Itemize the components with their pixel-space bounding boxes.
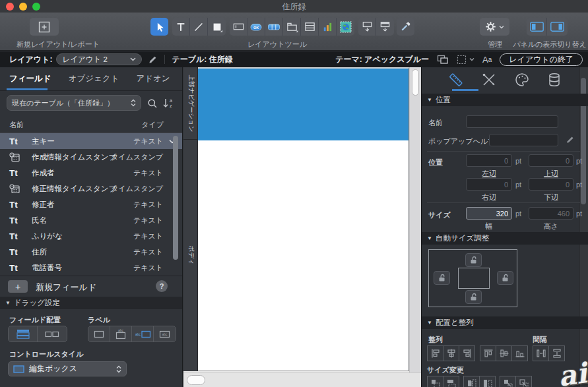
tab-styles-palette-icon[interactable] [514, 72, 530, 88]
field-row[interactable]: Tt 氏名 テキスト [0, 212, 182, 228]
manage-button[interactable] [480, 18, 509, 36]
right-edge-label[interactable]: 右辺 [466, 193, 512, 202]
placement-vertical-button[interactable] [9, 326, 38, 342]
field-row[interactable]: 作成情報タイムスタンプ タイムスタンプ [0, 149, 182, 165]
tab-objects[interactable]: オブジェクト [69, 73, 119, 84]
distribute-vertical-button[interactable] [548, 345, 565, 361]
insert-part-button[interactable] [376, 18, 394, 36]
width-input[interactable] [466, 207, 512, 220]
arrange-objects-icon[interactable] [437, 55, 449, 65]
add-field-button[interactable]: + [8, 280, 28, 293]
resize-smallest-height-button[interactable] [463, 376, 480, 387]
button-bar-tool[interactable] [265, 18, 283, 36]
resize-smallest-width-button[interactable] [427, 376, 443, 387]
align-top-button[interactable] [480, 345, 496, 361]
resize-smallest-both-button[interactable] [500, 376, 516, 387]
field-row[interactable]: Tt 住所 テキスト [0, 244, 182, 260]
tab-control-tool[interactable] [283, 18, 301, 36]
bottom-edge-label[interactable]: 下辺 [529, 193, 573, 202]
part-label-body[interactable]: ボディ [183, 140, 197, 371]
edit-layout-pencil-icon[interactable] [148, 55, 158, 65]
position-bottom-input[interactable] [529, 178, 573, 191]
position-left-input[interactable] [466, 154, 512, 167]
field-tool[interactable] [230, 18, 247, 36]
tab-addons[interactable]: アドオン [136, 73, 170, 84]
field-row[interactable]: Tt 主キー テキスト [0, 133, 182, 149]
button-tool[interactable]: OK [247, 18, 265, 36]
label-none-button[interactable] [88, 326, 110, 342]
control-style-select[interactable]: 編集ボックス [8, 361, 127, 376]
tooltip-input[interactable] [489, 134, 558, 146]
field-row[interactable]: Tt ふりがな テキスト [0, 228, 182, 244]
size-group-label: サイズ [428, 210, 451, 220]
resize-largest-height-button[interactable] [479, 376, 496, 387]
format-painter-button[interactable] [397, 18, 414, 36]
position-section-header[interactable]: ▼ 位置 [422, 94, 588, 106]
selection-mode-icon[interactable] [457, 55, 474, 65]
vertical-scrollbar[interactable] [409, 67, 421, 372]
type-column-header[interactable]: タイプ [132, 120, 164, 130]
shape-tool[interactable] [208, 18, 226, 36]
select-tool[interactable] [150, 18, 168, 36]
portal-tool[interactable] [301, 18, 319, 36]
left-edge-label[interactable]: 左辺 [466, 169, 512, 179]
align-middle-button[interactable] [496, 345, 512, 361]
web-viewer-tool[interactable] [337, 18, 354, 36]
autosize-lock-left-button[interactable] [434, 271, 450, 285]
align-left-button[interactable] [427, 345, 443, 361]
autosize-section-header[interactable]: ▼ 自動サイズ調整 [422, 232, 588, 245]
object-name-input[interactable] [466, 115, 558, 128]
toggle-left-panel-button[interactable] [527, 18, 547, 36]
control-style-label: コントロールスタイル [9, 349, 83, 359]
field-row[interactable]: Tt 修正者 テキスト [0, 196, 182, 212]
label-above-button[interactable]: abc [110, 326, 132, 342]
align-bottom-button[interactable] [511, 345, 528, 361]
table-filter-select[interactable]: 現在のテーブル（「住所録」） [7, 95, 141, 111]
resize-largest-width-button[interactable] [443, 376, 459, 387]
new-layout-button[interactable] [30, 18, 59, 36]
arrange-section-header[interactable]: ▼ 配置と整列 [422, 316, 588, 329]
label-inside-button[interactable]: abc [154, 326, 176, 342]
toggle-right-panel-button[interactable] [547, 18, 568, 36]
part-label-top-navigation[interactable]: 上部ナビゲーション [183, 67, 197, 140]
placement-horizontal-button[interactable] [38, 326, 67, 342]
autosize-lock-top-button[interactable] [465, 253, 482, 267]
position-right-input[interactable] [466, 178, 512, 191]
align-right-button[interactable] [459, 345, 475, 361]
drag-settings-header[interactable]: ▼ ドラッグ設定 [0, 297, 182, 309]
help-button[interactable]: ? [156, 280, 168, 292]
horizontal-scrollbar[interactable] [183, 372, 421, 387]
horizontal-scrollbar-thumb[interactable] [187, 375, 205, 385]
sort-icon[interactable]: az [162, 98, 174, 109]
chart-tool[interactable] [319, 18, 337, 36]
vertical-scrollbar-thumb[interactable] [412, 69, 419, 96]
label-left-button[interactable]: abc [132, 326, 154, 342]
text-format-icon[interactable]: Aa [482, 55, 492, 65]
field-list-scrollbar[interactable] [173, 136, 178, 260]
tab-position-ruler-icon[interactable] [448, 72, 464, 88]
resize-largest-both-button[interactable] [515, 376, 532, 387]
field-row[interactable]: 修正情報タイムスタンプ タイムスタンプ [0, 181, 182, 196]
height-input[interactable] [529, 207, 573, 220]
field-row[interactable]: Tt 作成者 テキスト [0, 165, 182, 181]
tab-fields[interactable]: フィールド [9, 73, 51, 84]
distribute-horizontal-button[interactable] [533, 345, 549, 361]
align-center-button[interactable] [443, 345, 459, 361]
text-tool[interactable] [172, 18, 190, 36]
top-navigation-part[interactable] [198, 69, 408, 140]
insert-field-button[interactable] [358, 18, 376, 36]
name-column-header[interactable]: 名前 [9, 120, 24, 130]
layout-select[interactable]: レイアウト 2 [56, 53, 142, 65]
position-top-input[interactable] [529, 154, 573, 167]
autosize-lock-bottom-button[interactable] [465, 290, 482, 304]
field-row[interactable]: Tt 電話番号 テキスト [0, 260, 182, 276]
search-icon[interactable] [147, 98, 158, 109]
line-tool[interactable] [190, 18, 208, 36]
autosize-lock-right-button[interactable] [497, 271, 513, 285]
top-edge-label[interactable]: 上辺 [529, 169, 573, 179]
edit-tooltip-pencil-icon[interactable] [566, 135, 575, 144]
tab-appearance-tools-icon[interactable] [481, 72, 497, 88]
exit-layout-button[interactable]: レイアウトの終了 [500, 53, 583, 66]
tab-data-database-icon[interactable] [547, 72, 562, 88]
layout-page[interactable] [198, 67, 409, 371]
